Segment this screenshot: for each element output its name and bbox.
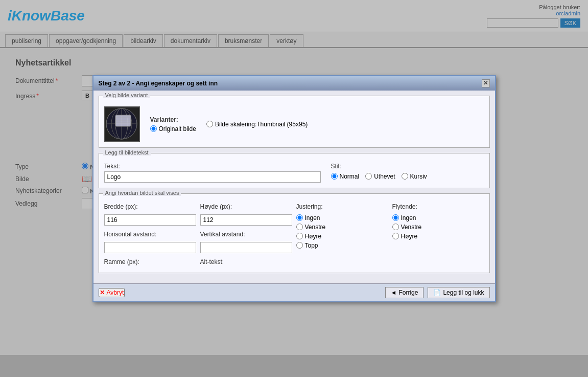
float-col: Flytende: Ingen Venstre Hø	[392, 203, 484, 268]
variants-label: Varianter:	[150, 116, 196, 123]
justify-left[interactable]: Venstre	[296, 224, 388, 231]
variant-radio-group: Originalt bilde	[150, 125, 196, 132]
main-content: Nyhetsartikkel Dokumenttittel* Ingress* …	[0, 48, 588, 355]
justify-right[interactable]: Høyre	[296, 233, 388, 240]
style-italic[interactable]: Kursiv	[402, 173, 427, 180]
display-legend: Angi hvordan bildet skal vises	[103, 190, 181, 196]
modal-close-button[interactable]: ✕	[482, 79, 490, 87]
modal-title: Steg 2 av 2 - Angi egenskaper og sett in…	[99, 80, 218, 87]
justify-left-radio[interactable]	[296, 224, 303, 230]
variant-legend: Velg bilde variant	[103, 92, 150, 98]
height-label: Høyde (px):	[200, 203, 292, 210]
caption-style-col: Stil: Normal Uthevet	[331, 163, 484, 183]
h-spacing-input[interactable]	[104, 242, 196, 253]
display-grid: Bredde (px): Horisontal avstand: Ramme (…	[104, 203, 484, 268]
footer-actions: ◄ Forrige 📄 Legg til og lukk	[385, 287, 490, 298]
style-group: Normal Uthevet Kursiv	[331, 173, 484, 180]
justify-col: Justering: Ingen Venstre H	[296, 203, 388, 268]
v-spacing-input[interactable]	[200, 242, 292, 253]
cancel-button[interactable]: ✕ Avbryt	[99, 288, 125, 297]
modal-body: Velg bilde variant	[93, 91, 495, 283]
alt-label: Alt-tekst:	[200, 258, 292, 265]
justify-none-radio[interactable]	[296, 214, 303, 221]
style-bold-radio[interactable]	[365, 173, 372, 180]
float-none-radio[interactable]	[392, 214, 399, 221]
svg-rect-6	[115, 115, 131, 126]
float-right[interactable]: Høyre	[392, 233, 484, 240]
float-right-radio[interactable]	[392, 233, 399, 239]
variant-row: Varianter: Originalt bilde	[104, 106, 484, 142]
caption-legend: Legg til bildetekst	[103, 149, 151, 156]
style-normal-radio[interactable]	[331, 173, 338, 180]
prev-button[interactable]: ◄ Forrige	[385, 287, 424, 298]
caption-text-input[interactable]	[104, 171, 321, 183]
frame-label: Ramme (px):	[104, 258, 196, 265]
variant-section: Velg bilde variant	[99, 96, 490, 148]
justify-top-radio[interactable]	[296, 242, 303, 249]
modal-overlay: Steg 2 av 2 - Angi egenskaper og sett in…	[0, 0, 588, 355]
justify-label: Justering:	[296, 203, 388, 210]
modal-dialog: Steg 2 av 2 - Angi egenskaper og sett in…	[92, 75, 496, 302]
style-italic-radio[interactable]	[402, 173, 408, 180]
h-spacing-label: Horisontal avstand:	[104, 231, 196, 238]
justify-none[interactable]: Ingen	[296, 214, 388, 221]
style-label: Stil:	[331, 163, 484, 170]
variant-original[interactable]: Originalt bilde	[150, 125, 196, 132]
justify-top[interactable]: Topp	[296, 242, 388, 249]
width-label: Bredde (px):	[104, 203, 196, 210]
style-bold[interactable]: Uthevet	[365, 173, 395, 180]
float-none[interactable]: Ingen	[392, 214, 484, 221]
image-preview	[104, 106, 140, 142]
width-input[interactable]	[104, 214, 196, 226]
display-section: Angi hvordan bildet skal vises Bredde (p…	[99, 193, 490, 273]
justify-right-radio[interactable]	[296, 233, 303, 239]
float-left[interactable]: Venstre	[392, 224, 484, 231]
variant-scaling: Bilde skalering:Thumbnail (95x95)	[206, 121, 308, 128]
width-col: Bredde (px): Horisontal avstand: Ramme (…	[104, 203, 196, 268]
insert-button[interactable]: 📄 Legg til og lukk	[428, 287, 489, 298]
caption-text-col: Tekst:	[104, 163, 321, 183]
height-input[interactable]	[200, 214, 292, 226]
variant-original-radio[interactable]	[150, 125, 157, 132]
variant-thumbnail-radio[interactable]	[206, 121, 213, 127]
style-normal[interactable]: Normal	[331, 173, 360, 180]
modal-title-bar: Steg 2 av 2 - Angi egenskaper og sett in…	[93, 76, 495, 91]
modal-footer: ✕ Avbryt ◄ Forrige 📄 Legg til og lukk	[93, 283, 495, 301]
caption-row: Tekst: Stil: Normal	[104, 163, 484, 183]
caption-section: Legg til bildetekst Tekst: Stil: Norma	[99, 153, 490, 188]
height-col: Høyde (px): Vertikal avstand: Alt-tekst:	[200, 203, 292, 268]
text-label: Tekst:	[104, 163, 321, 170]
v-spacing-label: Vertikal avstand:	[200, 231, 292, 238]
variant-thumbnail[interactable]: Bilde skalering:Thumbnail (95x95)	[206, 121, 308, 128]
float-label: Flytende:	[392, 203, 484, 210]
variant-options: Varianter: Originalt bilde	[150, 116, 196, 132]
float-left-radio[interactable]	[392, 224, 399, 230]
